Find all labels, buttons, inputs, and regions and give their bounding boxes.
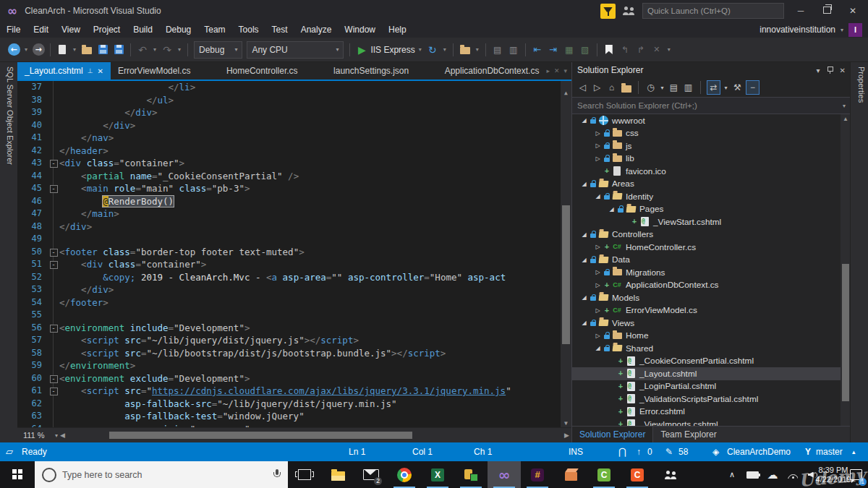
menu-item-file[interactable]: File bbox=[0, 25, 27, 35]
tree-item-favicon.ico[interactable]: +favicon.ico bbox=[572, 165, 851, 178]
menu-item-tools[interactable]: Tools bbox=[232, 25, 265, 35]
fold-collapse-icon[interactable]: - bbox=[50, 185, 58, 193]
minimize-button[interactable]: ─ bbox=[791, 6, 810, 16]
tree-scrollbar[interactable]: ▲ bbox=[841, 114, 851, 426]
pending-edits-icon[interactable]: ✎ bbox=[665, 442, 673, 461]
menu-item-view[interactable]: View bbox=[55, 25, 87, 35]
tree-item-_viewstart.cshtml[interactable]: +_ViewStart.cshtml bbox=[572, 215, 851, 228]
tree-item-views[interactable]: ◢Views bbox=[572, 317, 851, 330]
collapsed-arrow-icon[interactable]: ▷ bbox=[593, 282, 603, 288]
tab-applicationdbcontext.cs[interactable]: ApplicationDbContext.cs bbox=[438, 62, 547, 80]
refresh-dropdown-icon[interactable]: ▾ bbox=[441, 42, 448, 58]
search-dropdown-icon[interactable]: ▾ bbox=[843, 103, 846, 109]
tree-item-_layout.cshtml[interactable]: +_Layout.cshtml bbox=[572, 367, 851, 380]
menu-item-project[interactable]: Project bbox=[87, 25, 127, 35]
scroll-thumb[interactable] bbox=[842, 264, 849, 401]
repo-name[interactable]: CleanArchDemo bbox=[727, 442, 791, 461]
tray-wifi[interactable] bbox=[783, 461, 803, 488]
repo-icon[interactable]: ◈ bbox=[712, 442, 719, 461]
panel-tab-solution-explorer[interactable]: Solution Explorer bbox=[572, 427, 653, 442]
expanded-arrow-icon[interactable]: ◢ bbox=[579, 231, 589, 238]
fold-collapse-icon[interactable]: - bbox=[50, 325, 58, 333]
forward-icon[interactable]: ▷ bbox=[591, 81, 603, 94]
tree-item-css[interactable]: ▷css bbox=[572, 127, 851, 140]
attach-icon[interactable]: ▤ bbox=[490, 42, 505, 58]
collapsed-arrow-icon[interactable]: ▷ bbox=[593, 155, 603, 162]
branch-icon[interactable]: Y bbox=[805, 442, 811, 461]
new-project-icon[interactable] bbox=[55, 42, 69, 58]
hscroll-thumb[interactable] bbox=[109, 432, 412, 439]
tree-item-data[interactable]: ◢Data bbox=[572, 254, 851, 267]
menu-item-analyze[interactable]: Analyze bbox=[294, 25, 339, 35]
microphone-icon[interactable] bbox=[273, 469, 281, 480]
solution-explorer-search-input[interactable]: Search Solution Explorer (Ctrl+;) ▾ bbox=[572, 98, 851, 114]
feedback-icon[interactable] bbox=[600, 4, 616, 19]
tree-item-_cookieconsentpartial.cshtml[interactable]: +_CookieConsentPartial.cshtml bbox=[572, 355, 851, 368]
collapsed-arrow-icon[interactable]: ▷ bbox=[593, 307, 603, 314]
panel-dropdown-icon[interactable]: ▾ bbox=[817, 67, 820, 74]
menu-item-edit[interactable]: Edit bbox=[27, 25, 55, 35]
tree-item-models[interactable]: ◢Models bbox=[572, 291, 851, 304]
new-folder-icon[interactable] bbox=[620, 81, 632, 94]
hscroll-left-icon[interactable]: ◀ bbox=[58, 432, 67, 439]
tab-homecontroller.cs[interactable]: HomeController.cs bbox=[219, 62, 305, 80]
fold-collapse-icon[interactable]: - bbox=[50, 388, 58, 395]
taskbar-app-camtasia[interactable]: C bbox=[587, 461, 621, 488]
pending-edits-count[interactable]: 58 bbox=[678, 442, 688, 461]
tree-item-migrations[interactable]: ▷Migrations bbox=[572, 266, 851, 279]
taskbar-app-task-view[interactable] bbox=[288, 461, 321, 488]
sync-with-active-document-icon[interactable]: ⇄ bbox=[707, 80, 720, 95]
back-icon[interactable]: ◁ bbox=[576, 81, 589, 94]
run-target-label[interactable]: IIS Express bbox=[370, 42, 414, 58]
clear-bookmarks-icon[interactable]: ✕ bbox=[650, 42, 664, 58]
taskbar-app-installer[interactable] bbox=[554, 461, 587, 488]
taskbar-app-ssms[interactable] bbox=[454, 461, 488, 488]
tray-onedrive[interactable]: ☁ bbox=[762, 461, 783, 488]
navigate-back-dropdown-icon[interactable]: ▾ bbox=[22, 42, 30, 58]
tree-item-areas[interactable]: ◢Areas bbox=[572, 178, 851, 191]
code-editor[interactable]: ✚ 37 </li>38 </ul>39 </div>40 </div>41 <… bbox=[17, 81, 571, 427]
branch-caret-icon[interactable]: ▴ bbox=[852, 442, 856, 461]
run-icon[interactable]: ▶ bbox=[354, 42, 369, 58]
close-tab-icon[interactable]: ✕ bbox=[98, 67, 103, 75]
properties-tab[interactable]: Properties bbox=[854, 67, 866, 103]
wrench-icon[interactable]: ⚒ bbox=[731, 81, 744, 94]
tree-item-wwwroot[interactable]: ◢wwwroot bbox=[572, 114, 851, 127]
scroll-up-icon[interactable]: ▲ bbox=[841, 116, 851, 122]
pending-changes-icon[interactable]: ◷ bbox=[644, 81, 657, 94]
tab-errorviewmodel.cs[interactable]: ErrorViewModel.cs bbox=[111, 62, 197, 80]
tree-item-js[interactable]: ▷js bbox=[572, 140, 851, 153]
pin-icon[interactable] bbox=[827, 66, 833, 75]
start-button[interactable] bbox=[0, 461, 35, 488]
taskbar-app-people[interactable] bbox=[654, 461, 687, 488]
scroll-down-icon[interactable]: ▼ bbox=[561, 420, 571, 427]
pushes-icon[interactable]: ↑ bbox=[637, 442, 641, 461]
zoom-level[interactable]: 111 % bbox=[17, 431, 55, 440]
preview-icon[interactable]: ▥ bbox=[682, 81, 694, 94]
expanded-arrow-icon[interactable]: ◢ bbox=[607, 206, 616, 213]
scroll-up-icon[interactable]: ▲ bbox=[561, 90, 571, 96]
fold-collapse-icon[interactable]: - bbox=[50, 375, 58, 383]
undo-dropdown-icon[interactable]: ▾ bbox=[151, 42, 158, 58]
tree-item-home[interactable]: ▷Home bbox=[572, 330, 851, 343]
expanded-arrow-icon[interactable]: ◢ bbox=[593, 345, 603, 351]
dropdown-icon[interactable]: ▾ bbox=[659, 81, 665, 94]
menu-item-help[interactable]: Help bbox=[382, 25, 413, 35]
undo-icon[interactable]: ↶ bbox=[135, 42, 150, 58]
close-button[interactable]: ✕ bbox=[843, 6, 862, 16]
tree-item-_viewimports.cshtml[interactable]: +_ViewImports.cshtml bbox=[572, 418, 851, 426]
scroll-thumb[interactable] bbox=[562, 205, 570, 344]
tree-item-shared[interactable]: ◢Shared bbox=[572, 342, 851, 355]
refresh-icon[interactable]: ↻ bbox=[425, 42, 440, 58]
taskbar-app-chrome[interactable] bbox=[388, 461, 421, 488]
action-center-button[interactable]: 1 bbox=[843, 461, 868, 488]
expanded-arrow-icon[interactable]: ◢ bbox=[579, 320, 589, 326]
home-icon[interactable]: ⌂ bbox=[605, 81, 618, 94]
tab-_layout.cshtml[interactable]: _Layout.cshtml⊥✕ bbox=[17, 62, 111, 80]
redo-dropdown-icon[interactable]: ▾ bbox=[176, 42, 183, 58]
share-icon[interactable] bbox=[623, 7, 635, 15]
menu-item-build[interactable]: Build bbox=[127, 25, 159, 35]
tree-item-pages[interactable]: ◢Pages bbox=[572, 203, 851, 216]
taskbar-clock[interactable]: 8:39 PM 4/22/2019 bbox=[823, 461, 843, 488]
tab-list-dropdown-icon[interactable]: ▾ bbox=[563, 67, 567, 74]
